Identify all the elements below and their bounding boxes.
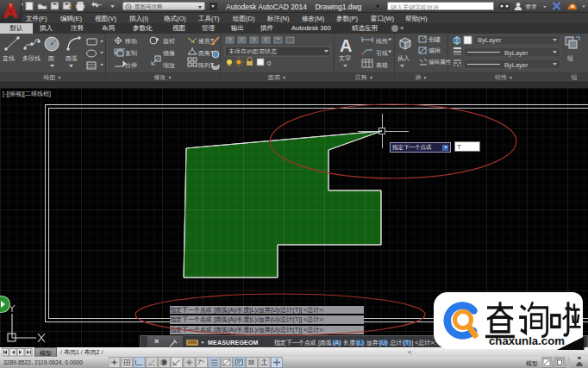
svg-text:chaxunla.com: chaxunla.com: [489, 334, 565, 347]
